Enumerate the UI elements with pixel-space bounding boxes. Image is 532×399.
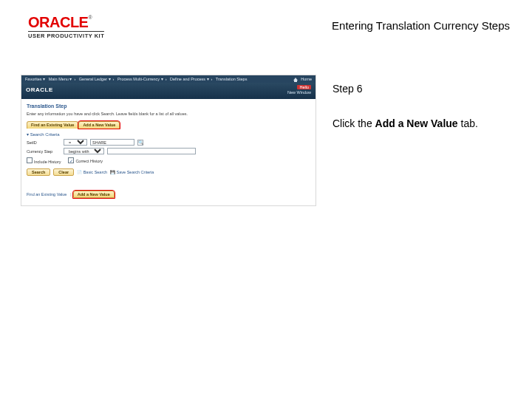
page-heading-inner: Translation Step [27,103,310,109]
app-screenshot: Favorites ▾ Main Menu ▾› General Ledger … [21,75,316,207]
save-search-link[interactable]: 💾 Save Search Criteria [110,170,154,174]
home-link[interactable]: Home [301,77,312,81]
instructions-column: Step 6 Click the Add a New Value tab. [332,75,478,132]
page-root: ORACLE® USER PRODUCTIVITY KIT Entering T… [0,0,532,399]
find-existing-link[interactable]: Find an Existing Value [27,192,66,197]
setid-label: SetID [27,140,61,145]
content-row: Favorites ▾ Main Menu ▾› General Ledger … [0,45,532,207]
brand-bar: ORACLE Hello New Window [21,83,316,99]
tab-add-new-value[interactable]: Add a New Value [78,121,120,129]
instruction-text-c: tab. [458,117,478,129]
home-icon[interactable] [293,78,298,81]
page-description: Enter any information you have and click… [27,112,310,116]
page-header: ORACLE® USER PRODUCTIVITY KIT Entering T… [0,0,532,45]
brand-logo-text: ORACLE [26,86,53,93]
instruction-text-a: Click the [332,117,375,129]
step-input[interactable] [107,148,196,154]
breadcrumb-item[interactable]: Favorites ▾ [25,77,45,81]
screenshot-body: Translation Step Enter any information y… [21,99,316,206]
breadcrumb-right: Home [293,77,312,81]
clear-button[interactable]: Clear [53,168,74,176]
basic-search-link[interactable]: 📄 Basic Search [77,170,107,174]
oracle-logo-text: ORACLE [28,14,88,30]
breadcrumb-item[interactable]: General Ledger ▾ [79,77,111,81]
checkbox-icon: ✓ [68,157,74,163]
oracle-logo: ORACLE® [28,15,104,30]
setid-operator[interactable]: = [64,139,87,146]
lookup-icon[interactable]: 🔍 [137,140,143,146]
separator: | [70,192,71,197]
search-button[interactable]: Search [27,168,50,176]
trademark-icon: ® [88,15,92,20]
instruction-line: Click the Add a New Value tab. [332,115,478,132]
top-tabs: Find an Existing Value Add a New Value [27,121,310,129]
page-title: Entering Translation Currency Steps [332,19,510,32]
field-row-step: Currency Step begins with [27,148,310,154]
breadcrumb-item[interactable]: Define and Process ▾ [170,77,209,81]
instruction-bold: Add a New Value [375,117,458,129]
add-new-value-tab-bottom[interactable]: Add a New Value [73,191,115,198]
breadcrumb-item[interactable]: Translation Steps [216,77,248,81]
breadcrumb: Favorites ▾ Main Menu ▾› General Ledger … [21,75,316,83]
checkbox-row: Include History ✓Correct History [27,157,310,164]
setid-input[interactable] [90,139,134,146]
breadcrumb-left: Favorites ▾ Main Menu ▾› General Ledger … [25,77,249,81]
include-history-check[interactable]: Include History [27,157,61,164]
bottom-tabs: Find an Existing Value | Add a New Value [27,191,310,198]
step-operator[interactable]: begins with [64,148,104,154]
step-label: Step 6 [332,81,478,98]
breadcrumb-item[interactable]: Main Menu ▾ [49,77,72,81]
new-window-link[interactable]: New Window [287,90,311,95]
correct-history-check[interactable]: ✓Correct History [68,157,103,164]
checkbox-icon [27,157,33,163]
breadcrumb-item[interactable]: Process Multi-Currency ▾ [117,77,163,81]
logo-area: ORACLE® USER PRODUCTIVITY KIT [28,15,104,39]
tab-find-existing[interactable]: Find an Existing Value [27,121,78,129]
search-criteria-heading: Search Criteria [27,132,310,137]
upk-subtitle: USER PRODUCTIVITY KIT [28,31,104,39]
hello-badge: Hello [297,85,311,90]
step-label: Currency Step [27,149,61,154]
action-row: Search Clear 📄 Basic Search 💾 Save Searc… [27,168,310,176]
field-row-setid: SetID = 🔍 [27,139,310,146]
brand-right: Hello New Window [287,85,311,95]
